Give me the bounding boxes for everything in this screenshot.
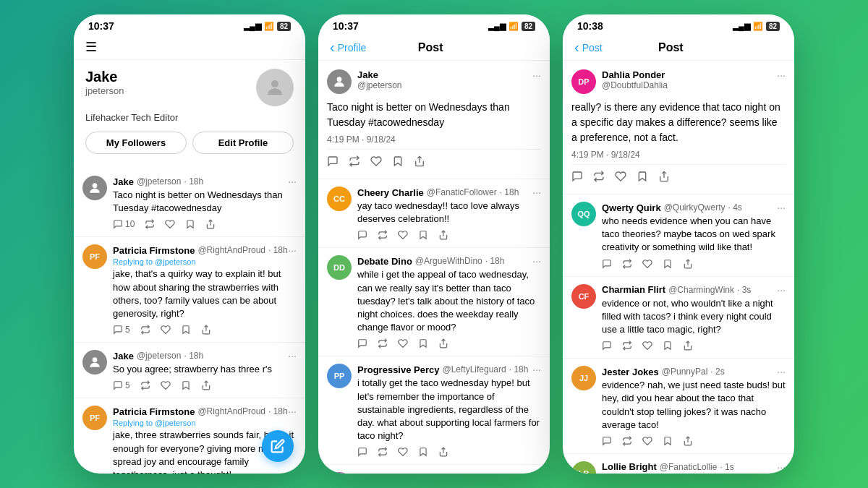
heart-action[interactable] [642,436,652,446]
compose-button[interactable] [262,430,294,462]
tweet-menu-dots[interactable]: ··· [777,366,786,377]
main-post-text-3: really? is there any evidence that taco … [571,100,786,145]
tweet-menu-dots[interactable]: ··· [288,176,297,187]
retweet-action[interactable] [378,230,388,240]
share-action[interactable] [658,171,670,182]
retweet-action[interactable] [378,338,388,348]
heart-action[interactable] [370,155,382,167]
tweet-menu-dots[interactable]: ··· [777,202,786,213]
reply-action[interactable] [357,230,367,240]
retweet-action[interactable] [622,259,632,269]
tweet-menu-dots[interactable]: ··· [777,284,786,296]
share-action[interactable] [438,338,448,348]
retweet-action[interactable] [622,436,632,446]
main-post-name-3: Dahlia Ponder [602,69,771,80]
heart-action[interactable] [398,447,408,457]
reply-action[interactable] [357,338,367,348]
tweet-handle: @FanaticLollie [660,462,718,472]
heart-action[interactable] [642,341,652,351]
back-arrow-3: ‹ [574,39,579,56]
share-action[interactable] [205,219,216,229]
bookmark-action[interactable] [418,230,428,240]
reply-action[interactable] [571,171,583,182]
heart-action[interactable] [161,380,171,390]
heart-action[interactable] [161,325,171,335]
tweet-content: Jester Jokes @PunnyPal · 2s ··· evidence… [602,366,786,446]
bookmark-action[interactable] [663,259,673,269]
tweet-time: · 4s [728,202,742,213]
retweet-action[interactable] [140,325,150,335]
tweet-menu-dots[interactable]: ··· [532,364,541,375]
main-post-user: Jake @jpeterson [357,69,527,90]
followers-button[interactable]: My Followers [85,132,187,154]
avatar: PP [327,364,352,388]
tweet-header: Cheery Charlie @FanaticFollower · 18h ··… [357,187,541,198]
retweet-action[interactable] [378,447,388,457]
bookmark-action[interactable] [418,447,428,457]
reply-action[interactable] [602,436,612,446]
reply-action[interactable]: 5 [113,380,130,390]
main-post-dots-3[interactable]: ··· [777,69,786,81]
tweet-menu-dots[interactable]: ··· [288,244,297,256]
back-label-2: Profile [338,42,367,53]
scroll-area-3[interactable]: DP Dahlia Ponder @DoubtfulDahlia ··· rea… [563,61,794,474]
reply-action[interactable]: 5 [113,325,130,335]
status-icons-2: ▂▄▆ 📶 82 [488,22,535,31]
bookmark-action[interactable] [185,219,195,229]
bookmark-action[interactable] [663,436,673,446]
tweet-menu-dots[interactable]: ··· [532,255,541,267]
tweet-item: Jake @jpeterson · 18h ··· Taco night is … [74,168,305,237]
signal-icon-2: ▂▄▆ [488,22,506,31]
back-button-2[interactable]: ‹ Profile [330,39,366,56]
bookmark-action[interactable] [637,171,648,182]
main-post-dots[interactable]: ··· [532,69,541,81]
tweet-menu-dots[interactable]: ··· [288,406,297,417]
bookmark-action[interactable] [663,341,673,351]
share-action[interactable] [201,325,211,335]
bookmark-action[interactable] [181,325,191,335]
bookmark-action[interactable] [418,338,428,348]
tweet-actions [357,230,541,240]
scroll-area-2[interactable]: Jake @jpeterson ··· Taco night is better… [318,61,550,474]
retweet-action[interactable] [622,341,632,351]
back-button-3[interactable]: ‹ Post [574,39,603,56]
edit-profile-button[interactable]: Edit Profile [192,132,294,154]
reply-action[interactable]: 10 [113,219,135,229]
status-bar-2: 10:37 ▂▄▆ 📶 82 [318,14,550,35]
tweet-menu-dots[interactable]: ··· [777,461,786,473]
retweet-action[interactable] [145,219,155,229]
tweet-text: Taco night is better on Wednesdays than … [113,189,297,215]
heart-action[interactable] [398,230,408,240]
share-action[interactable] [414,155,425,167]
bookmark-action[interactable] [181,380,191,390]
retweet-action[interactable] [140,380,150,390]
tweet-actions [357,447,541,457]
heart-action[interactable] [398,338,408,348]
share-action[interactable] [683,436,693,446]
retweet-action[interactable] [593,171,605,182]
hamburger-icon[interactable]: ☰ [85,39,97,55]
reply-action[interactable] [327,155,339,167]
tweet-header: Qwerty Quirk @QuirkyQwerty · 4s ··· [602,202,786,213]
reply-action[interactable] [602,259,612,269]
reply-action[interactable] [357,447,367,457]
heart-action[interactable] [615,171,626,182]
avatar [82,176,107,200]
share-action[interactable] [683,259,693,269]
share-action[interactable] [438,447,448,457]
share-action[interactable] [438,230,448,240]
share-action[interactable] [683,341,693,351]
share-action[interactable] [201,380,211,390]
heart-action[interactable] [642,259,652,269]
back-label-3: Post [582,42,603,53]
tweet-content: Lollie Bright @FanaticLollie · 1s ··· ho… [602,461,786,474]
tweet-menu-dots[interactable]: ··· [532,472,541,474]
tweet-menu-dots[interactable]: ··· [288,350,297,361]
retweet-action[interactable] [349,155,360,167]
bookmark-action[interactable] [392,155,404,167]
heart-action[interactable] [165,219,175,229]
tweet-menu-dots[interactable]: ··· [532,187,541,198]
reply-action[interactable] [602,341,612,351]
tweet-actions: 5 [113,325,297,335]
scroll-area-1[interactable]: Jake jpeterson Lifehacker Tech Editor My… [74,60,305,474]
